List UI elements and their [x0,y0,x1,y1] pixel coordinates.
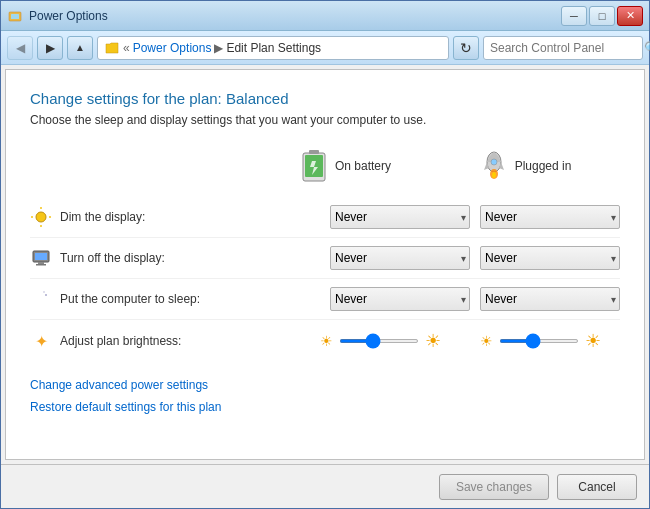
battery-dim-icon: ☀ [320,333,333,349]
svg-point-9 [36,212,46,222]
window-icon [7,8,23,24]
turn-off-display-battery-select[interactable]: 1 minute2 minutes5 minutes10 minutes15 m… [330,246,470,270]
close-button[interactable]: ✕ [617,6,643,26]
svg-point-19 [43,291,44,292]
setting-row-turn-off-display: Turn off the display:1 minute2 minutes5 … [30,238,620,279]
links-area: Change advanced power settings Restore d… [30,378,620,414]
turn-off-display-label-area: Turn off the display: [30,247,330,269]
dim-display-label: Dim the display: [60,210,145,224]
sleep-label-area: Put the computer to sleep: [30,288,330,310]
dim-display-plugged-select[interactable]: 1 minute2 minutes5 minutes10 minutes15 m… [480,205,620,229]
plugged-label: Plugged in [515,159,572,173]
brightness-label: Adjust plan brightness: [60,334,181,348]
brightness-controls: ☀ ☀ ☀ ☀ [320,330,620,352]
plugged-brightness-slider[interactable] [499,339,579,343]
search-bar: 🔍 [483,36,643,60]
setting-row-dim-display: Dim the display:1 minute2 minutes5 minut… [30,197,620,238]
turn-off-display-plugged-select-wrapper: 1 minute2 minutes5 minutes10 minutes15 m… [480,246,620,270]
search-icon: 🔍 [644,41,650,55]
breadcrumb-power-options[interactable]: Power Options [133,41,212,55]
svg-rect-15 [35,253,47,260]
titlebar: Power Options ─ □ ✕ [1,1,649,31]
sleep-icon [30,288,52,310]
svg-point-6 [491,159,497,165]
turn-off-display-icon [30,247,52,269]
setting-row-sleep: Put the computer to sleep:1 minute2 minu… [30,279,620,320]
dim-display-battery-select[interactable]: 1 minute2 minutes5 minutes10 minutes15 m… [330,205,470,229]
page-title: Change settings for the plan: Balanced [30,90,620,107]
turn-off-display-plugged-select[interactable]: 1 minute2 minutes5 minutes10 minutes15 m… [480,246,620,270]
turn-off-display-label: Turn off the display: [60,251,165,265]
plugged-column-header: Plugged in [440,147,610,185]
titlebar-buttons: ─ □ ✕ [561,6,643,26]
forward-button[interactable]: ▶ [37,36,63,60]
sleep-controls: 1 minute2 minutes5 minutes10 minutes15 m… [330,287,620,311]
dim-display-plugged-select-wrapper: 1 minute2 minutes5 minutes10 minutes15 m… [480,205,620,229]
sleep-battery-select[interactable]: 1 minute2 minutes5 minutes10 minutes15 m… [330,287,470,311]
content-area: Change settings for the plan: Balanced C… [5,69,645,460]
svg-rect-1 [11,14,19,19]
titlebar-left: Power Options [7,8,108,24]
brightness-row: ✦ Adjust plan brightness: ☀ ☀ ☀ ☀ [30,320,620,362]
battery-label: On battery [335,159,391,173]
battery-brightness-slider[interactable] [339,339,419,343]
svg-rect-17 [36,264,46,266]
battery-column-header: On battery [260,147,430,185]
cancel-button[interactable]: Cancel [557,474,637,500]
main-window: Power Options ─ □ ✕ ◀ ▶ ▲ « Power Option… [0,0,650,509]
brightness-label-area: ✦ Adjust plan brightness: [30,330,320,352]
refresh-button[interactable]: ↻ [453,36,479,60]
window-title: Power Options [29,9,108,23]
dim-display-battery-select-wrapper: 1 minute2 minutes5 minutes10 minutes15 m… [330,205,470,229]
dim-display-label-area: Dim the display: [30,206,330,228]
page-subtitle: Choose the sleep and display settings th… [30,113,620,127]
battery-brightness-slider-group: ☀ ☀ [320,330,460,352]
brightness-icon: ✦ [30,330,52,352]
sleep-label: Put the computer to sleep: [60,292,200,306]
plug-icon [479,148,509,184]
maximize-button[interactable]: □ [589,6,615,26]
svg-rect-16 [38,262,44,264]
battery-bright-icon: ☀ [425,330,441,352]
footer: Save changes Cancel [1,464,649,508]
dim-display-controls: 1 minute2 minutes5 minutes10 minutes15 m… [330,205,620,229]
plugged-brightness-slider-group: ☀ ☀ [480,330,620,352]
restore-defaults-link[interactable]: Restore default settings for this plan [30,400,620,414]
svg-point-18 [45,294,47,296]
advanced-power-settings-link[interactable]: Change advanced power settings [30,378,620,392]
breadcrumb-current: Edit Plan Settings [226,41,321,55]
column-headers: On battery Plugged [30,147,620,185]
settings-grid: Dim the display:1 minute2 minutes5 minut… [30,197,620,320]
search-input[interactable] [490,41,640,55]
battery-icon [299,147,329,185]
sleep-plugged-select[interactable]: 1 minute2 minutes5 minutes10 minutes15 m… [480,287,620,311]
minimize-button[interactable]: ─ [561,6,587,26]
plugged-bright-icon: ☀ [585,330,601,352]
folder-icon [104,40,120,56]
svg-point-8 [492,172,496,178]
svg-rect-3 [309,150,319,154]
plugged-dim-icon: ☀ [480,333,493,349]
sleep-battery-select-wrapper: 1 minute2 minutes5 minutes10 minutes15 m… [330,287,470,311]
breadcrumb-arrow: ▶ [214,41,223,55]
breadcrumb: « Power Options ▶ Edit Plan Settings [97,36,449,60]
save-changes-button[interactable]: Save changes [439,474,549,500]
breadcrumb-sep1: « [123,41,130,55]
up-button[interactable]: ▲ [67,36,93,60]
back-button[interactable]: ◀ [7,36,33,60]
turn-off-display-controls: 1 minute2 minutes5 minutes10 minutes15 m… [330,246,620,270]
turn-off-display-battery-select-wrapper: 1 minute2 minutes5 minutes10 minutes15 m… [330,246,470,270]
addressbar: ◀ ▶ ▲ « Power Options ▶ Edit Plan Settin… [1,31,649,65]
sleep-plugged-select-wrapper: 1 minute2 minutes5 minutes10 minutes15 m… [480,287,620,311]
dim-display-icon [30,206,52,228]
